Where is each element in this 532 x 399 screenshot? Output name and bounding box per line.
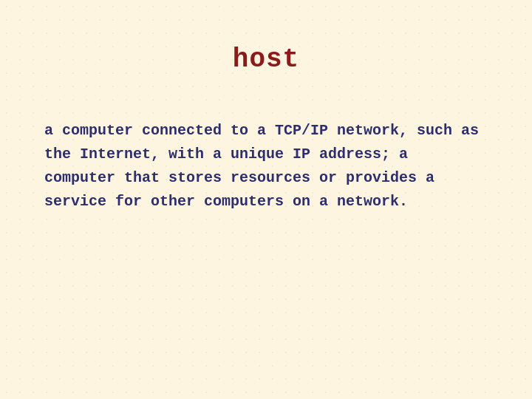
- definition-text: a computer connected to a TCP/IP network…: [44, 119, 488, 214]
- page-title: host: [44, 44, 488, 75]
- page-container: host a computer connected to a TCP/IP ne…: [0, 0, 532, 399]
